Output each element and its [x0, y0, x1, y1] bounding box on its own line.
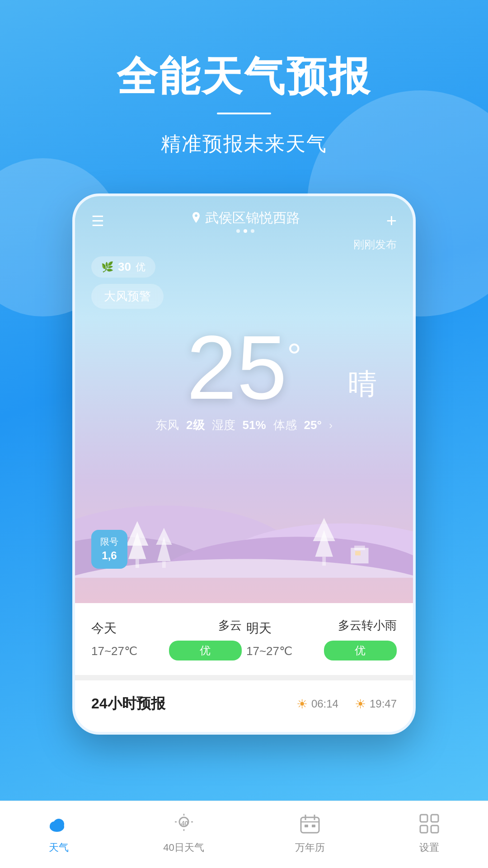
nav-calendar[interactable]: 万年历: [295, 810, 325, 854]
svg-rect-16: [355, 551, 361, 556]
add-location-button[interactable]: +: [386, 211, 397, 231]
cloud-icon: [47, 814, 70, 833]
today-col: 今天 17~27℃: [91, 620, 164, 658]
sun-calendar-icon: 40: [172, 812, 196, 835]
svg-rect-30: [305, 825, 308, 827]
wind-direction: 东风: [155, 417, 179, 433]
svg-rect-10: [162, 561, 166, 568]
degree-symbol: °: [287, 336, 301, 377]
calendar-icon: [299, 813, 321, 835]
svg-rect-26: [301, 817, 319, 833]
page-dots: [191, 229, 300, 233]
today-condition: 多云: [169, 618, 242, 633]
license-plate-limit-badge: 限号 1,6: [91, 530, 127, 569]
today-label: 今天: [91, 620, 164, 637]
limit-numbers: 1,6: [100, 548, 118, 563]
svg-rect-32: [420, 815, 427, 822]
humidity-value: 51%: [243, 418, 266, 432]
svg-rect-7: [136, 559, 139, 568]
nav-settings[interactable]: 设置: [416, 810, 443, 854]
forecast-title: 24小时预报: [91, 694, 165, 714]
nav-calendar-label: 万年历: [295, 841, 325, 854]
sunrise-icon: ☀: [296, 697, 308, 712]
aqi-level: 优: [136, 260, 145, 274]
bottom-navigation: 天气 40 40日天气 万年历: [0, 801, 488, 868]
svg-text:40: 40: [181, 820, 188, 827]
weather-summary: 今天 17~27℃ 多云 优 明天 17~27℃ 多云转小雨 优: [75, 603, 413, 675]
menu-icon[interactable]: ☰: [91, 212, 104, 230]
nav-settings-icon-wrap: [416, 810, 443, 837]
today-condition-col: 多云 优: [169, 618, 242, 660]
sunset-time: 19:47: [370, 698, 397, 710]
nav-weather-label: 天气: [49, 841, 69, 854]
section-divider: [75, 675, 413, 680]
sun-times: ☀ 06:14 ☀ 19:47: [296, 697, 397, 712]
tomorrow-condition: 多云转小雨: [324, 618, 397, 633]
temperature-display: 25 ° 晴: [75, 313, 413, 413]
tomorrow-col: 明天 17~27℃: [246, 620, 319, 658]
nav-calendar-icon-wrap: [296, 810, 324, 837]
svg-rect-31: [312, 825, 315, 827]
sunrise-item: ☀ 06:14: [296, 697, 338, 712]
humidity-label: 湿度: [212, 417, 235, 433]
tomorrow-condition-col: 多云转小雨 优: [324, 618, 397, 660]
nav-settings-label: 设置: [419, 841, 439, 854]
forecast-section: 24小时预报 ☀ 06:14 ☀ 19:47: [75, 680, 413, 732]
sunset-icon: ☀: [355, 697, 366, 712]
wind-level: 2级: [186, 417, 204, 433]
temperature-value: 25: [187, 322, 287, 413]
location-pin-icon: [191, 212, 202, 225]
aqi-number: 30: [118, 260, 131, 274]
today-temp: 17~27℃: [91, 644, 164, 658]
feel-label: 体感: [273, 417, 297, 433]
hero-section: 全能天气预报 精准预报未来天气: [0, 0, 488, 184]
svg-point-19: [53, 819, 64, 830]
nav-40day-icon-wrap: 40: [170, 810, 197, 837]
feel-temp: 25°: [304, 418, 322, 432]
svg-rect-13: [322, 557, 326, 566]
nav-40day-label: 40日天气: [163, 841, 204, 854]
wind-warning-badge[interactable]: 大风预警: [91, 284, 164, 309]
svg-rect-14: [351, 548, 368, 563]
publish-time: 刚刚发布: [75, 237, 413, 256]
details-chevron-icon: ›: [329, 419, 333, 432]
dot-3: [251, 229, 254, 233]
limit-title: 限号: [100, 535, 118, 548]
tomorrow-quality-badge: 优: [324, 641, 397, 660]
tomorrow-label: 明天: [246, 620, 319, 637]
weather-condition: 晴: [348, 364, 377, 404]
location-area: 武侯区锦悦西路: [191, 209, 300, 233]
dot-2: [244, 229, 247, 233]
location-label[interactable]: 武侯区锦悦西路: [191, 209, 300, 227]
aqi-badge[interactable]: 🌿 30 优: [91, 256, 155, 278]
badges-row: 🌿 30 优 大风预警: [75, 256, 413, 309]
phone-screen: ☰ 武侯区锦悦西路 + 刚刚发布: [75, 196, 413, 603]
phone-topbar: ☰ 武侯区锦悦西路 +: [75, 196, 413, 237]
svg-rect-15: [354, 546, 365, 550]
svg-rect-33: [431, 815, 438, 822]
svg-rect-34: [420, 826, 427, 833]
phone-mockup: ☰ 武侯区锦悦西路 + 刚刚发布: [72, 193, 416, 735]
grid-icon: [418, 813, 440, 835]
dot-1: [236, 229, 240, 233]
nav-40day[interactable]: 40 40日天气: [163, 810, 204, 854]
forecast-header: 24小时预报 ☀ 06:14 ☀ 19:47: [91, 694, 397, 714]
nav-weather[interactable]: 天气: [45, 810, 72, 854]
location-text: 武侯区锦悦西路: [205, 209, 300, 227]
landscape-scene: 限号 1,6: [75, 451, 413, 578]
leaf-icon: 🌿: [101, 261, 113, 273]
svg-rect-35: [431, 826, 438, 833]
wind-warning-text: 大风预警: [104, 288, 151, 304]
hero-divider: [217, 113, 271, 114]
today-quality-badge: 优: [169, 641, 242, 660]
tomorrow-temp: 17~27℃: [246, 644, 319, 658]
nav-weather-icon-wrap: [45, 810, 72, 837]
sunset-item: ☀ 19:47: [355, 697, 397, 712]
sunrise-time: 06:14: [311, 698, 338, 710]
